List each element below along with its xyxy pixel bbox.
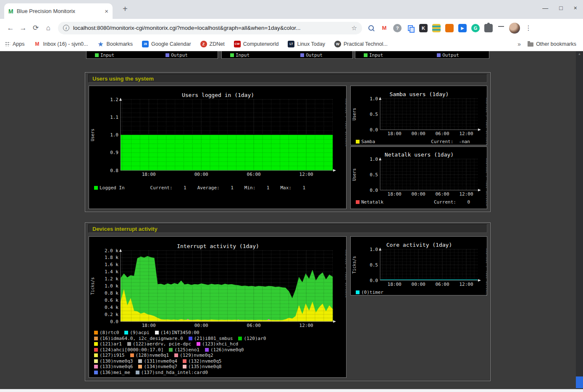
browser-toolbar: ← → ⟳ ⌂ i localhost:8080/monitorix-cgi/m… <box>0 19 583 37</box>
svg-text:0.5: 0.5 <box>370 262 378 268</box>
svg-text:00:00: 00:00 <box>412 131 425 136</box>
linux-today-icon: LT <box>288 41 294 47</box>
reload-icon[interactable]: ⟳ <box>29 24 42 32</box>
section-title: Users using the system <box>88 74 487 83</box>
filter-lines-icon[interactable] <box>497 24 505 32</box>
svg-text:12:00: 12:00 <box>299 172 313 177</box>
minimize-icon[interactable]: — <box>542 5 548 11</box>
svg-text:1.1: 1.1 <box>110 115 118 120</box>
legend-stat: Current: 1 <box>150 185 186 191</box>
svg-text:1.4 k: 1.4 k <box>105 269 118 274</box>
legend-swatch-icon <box>155 331 159 335</box>
keyword-extension-icon[interactable]: K <box>419 24 428 32</box>
page-info-icon[interactable]: i <box>63 25 69 31</box>
legend-stat: Max: 1 <box>280 185 305 191</box>
gmail-extension-icon[interactable]: M <box>380 24 389 32</box>
svg-text:1.0 k: 1.0 k <box>105 283 118 289</box>
svg-text:2.0 k: 2.0 k <box>105 248 118 253</box>
grammarly-extension-icon[interactable]: G <box>471 24 480 32</box>
bookmark-linux-today[interactable]: LT Linux Today <box>288 41 325 47</box>
svg-text:1.0: 1.0 <box>370 157 378 162</box>
svg-text:RRDTOOL / TOBI OETIKER: RRDTOOL / TOBI OETIKER <box>485 98 487 145</box>
scrollbar-thumb[interactable] <box>576 376 583 388</box>
partial-graph-panel[interactable]: Input Output <box>221 51 353 59</box>
extensions-puzzle-icon[interactable] <box>484 24 493 32</box>
url-text[interactable]: localhost:8080/monitorix-cgi/monitorix.c… <box>73 25 352 31</box>
users-legend: Logged InCurrent: 1Average: 1Min: 1Max: … <box>94 185 344 191</box>
scroll-up-icon[interactable]: ▲ <box>576 52 583 56</box>
legend-item: (122)aerdrv, pcie-dpc <box>127 341 191 347</box>
svg-text:06:00: 06:00 <box>247 172 261 177</box>
output-swatch-icon <box>165 53 169 57</box>
new-tab-button[interactable]: + <box>123 4 128 14</box>
legend-swatch-icon <box>94 337 98 340</box>
back-icon[interactable]: ← <box>4 24 17 32</box>
legend-swatch-icon <box>94 186 98 190</box>
tab-close-icon[interactable]: × <box>105 8 108 15</box>
section-interrupts: Devices interrupt activity Interrupt act… <box>85 222 491 381</box>
bookmark-inbox[interactable]: M Inbox (16) - sjvn0... <box>34 41 88 47</box>
bookmark-zdnet[interactable]: Z ZDNet <box>200 41 225 47</box>
bookmark-practical-tech[interactable]: W Practical Technol... <box>334 41 388 47</box>
svg-text:1.2 k: 1.2 k <box>105 276 118 282</box>
browser-menu-icon[interactable]: ⋮ <box>525 24 532 32</box>
legend-item: Samba <box>356 139 375 144</box>
copy-extension-icon[interactable] <box>406 24 415 32</box>
svg-text:RRDTOOL / TOBI OETIKER: RRDTOOL / TOBI OETIKER <box>485 158 487 206</box>
legend-swatch-icon <box>94 342 98 346</box>
home-icon[interactable]: ⌂ <box>42 24 55 32</box>
svg-text:0.0: 0.0 <box>370 188 378 193</box>
core-chart-svg: Core activity (1day)1.00.50.018:0000:000… <box>351 237 487 295</box>
legend-swatch-icon <box>138 365 142 368</box>
apps-shortcut[interactable]: Apps <box>5 41 25 47</box>
svg-text:Users logged in (1day): Users logged in (1day) <box>182 92 254 98</box>
other-bookmarks[interactable]: Other bookmarks <box>528 41 576 47</box>
svg-text:1.8 k: 1.8 k <box>105 255 118 260</box>
input-label: Input <box>369 52 383 58</box>
bookmark-computerworld[interactable]: CW Computerworld <box>234 41 279 47</box>
browser-window: M Blue Precision Monitorix × + — □ × ← →… <box>0 0 583 392</box>
address-bar[interactable]: i localhost:8080/monitorix-cgi/monitorix… <box>58 22 362 34</box>
svg-text:0.8: 0.8 <box>110 168 118 173</box>
graph-users-logged-in[interactable]: Users logged in (1day)1.21.11.00.90.818:… <box>89 86 347 209</box>
forward-icon[interactable]: → <box>17 24 29 32</box>
bookmarks-overflow-icon[interactable]: » <box>517 41 521 47</box>
profile-avatar[interactable] <box>509 23 520 34</box>
svg-text:Users: Users <box>90 128 95 141</box>
lamp-extension-icon[interactable] <box>445 24 454 32</box>
graph-netatalk-users[interactable]: Netatalk users (1day)1.00.50.018:0000:00… <box>350 146 487 209</box>
input-swatch-icon <box>230 53 234 57</box>
legend-swatch-icon <box>183 365 186 368</box>
search-extension-icon[interactable] <box>367 24 376 32</box>
output-swatch-icon <box>300 53 304 57</box>
legend-item: (135)nvme0q8 <box>183 364 221 369</box>
netatalk-legend: NetatalkCurrent: 0 <box>356 199 484 205</box>
window-controls: — □ × <box>542 5 577 11</box>
help-extension-icon[interactable]: ? <box>393 24 402 32</box>
video-extension-icon[interactable]: ▶ <box>458 24 467 32</box>
maximize-icon[interactable]: □ <box>559 5 562 11</box>
partial-graph-panel[interactable]: Input Output <box>355 51 489 59</box>
browser-tab[interactable]: M Blue Precision Monitorix × <box>4 3 113 19</box>
graph-core-activity[interactable]: Core activity (1day)1.00.50.018:0000:000… <box>350 236 487 295</box>
legend-item: (123)xhci_hcd <box>197 341 238 347</box>
graph-samba-users[interactable]: Samba users (1day)1.00.50.018:0000:0006:… <box>350 86 487 145</box>
svg-text:0.0: 0.0 <box>110 319 118 324</box>
interrupts-legend: (8)rtc0(9)acpi(14)INT3450:00(16)idma64.0… <box>94 330 344 375</box>
output-label: Output <box>442 52 459 58</box>
close-icon[interactable]: × <box>574 5 577 11</box>
legend-swatch-icon <box>238 337 242 340</box>
svg-text:00:00: 00:00 <box>194 323 208 328</box>
svg-text:0.9: 0.9 <box>110 150 118 155</box>
bookmark-bookmarks[interactable]: ★ Bookmarks <box>97 41 133 47</box>
legend-item: (8)rtc0 <box>94 330 119 335</box>
svg-text:RRDTOOL / TOBI OETIKER: RRDTOOL / TOBI OETIKER <box>344 99 347 147</box>
graph-interrupt-activity[interactable]: Interrupt activity (1day)2.0 k1.8 k1.6 k… <box>89 236 347 378</box>
scrollbar[interactable]: ▲ <box>576 51 583 392</box>
svg-text:Users: Users <box>352 168 357 181</box>
bookmark-star-icon[interactable]: ☆ <box>352 24 357 32</box>
legend-swatch-icon <box>205 348 209 352</box>
partial-graph-panel[interactable]: Input Output <box>86 51 218 59</box>
database-extension-icon[interactable] <box>432 24 441 32</box>
bookmark-google-calendar[interactable]: 28 Google Calendar <box>142 41 191 47</box>
